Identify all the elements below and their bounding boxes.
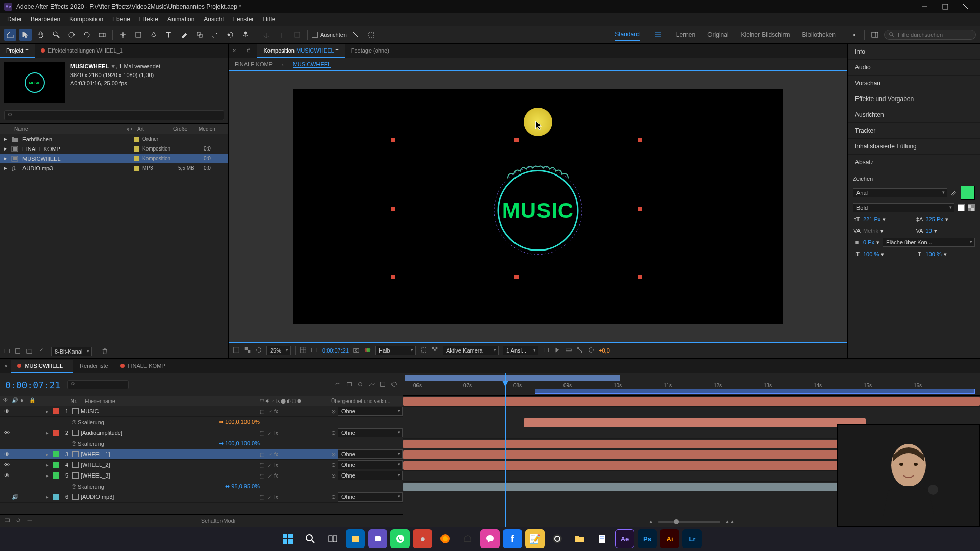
stroke-mode-dropdown[interactable]: Fläche über Kon...	[883, 238, 975, 247]
taskbar-app-red[interactable]: ●	[413, 529, 432, 548]
taskbar-messenger[interactable]	[480, 529, 500, 548]
taskbar-obs[interactable]	[548, 529, 567, 548]
anchor-tool[interactable]	[117, 29, 129, 41]
hscale-value[interactable]: 100 %	[926, 251, 942, 257]
shy-button[interactable]	[334, 381, 341, 389]
timeline-layer[interactable]: 👁▸2[Audioamplitude]⬚⟋fx⊙Ohne	[0, 428, 403, 438]
col-label[interactable]: 🏷	[127, 126, 137, 132]
zoom-slider[interactable]: ▲ ▲▲	[648, 519, 735, 524]
tracking-value[interactable]: 10	[926, 228, 932, 234]
bit-depth-dropdown[interactable]: 8-Bit-Kanal	[51, 347, 92, 356]
tl-tab-close[interactable]: ×	[0, 360, 11, 373]
timeline-search[interactable]	[67, 380, 129, 389]
selection-tool[interactable]	[19, 29, 32, 41]
menu-fenster[interactable]: Fenster	[229, 14, 258, 24]
effect-controls-tab[interactable]: Effekteinstellungen WHEEL_1	[35, 44, 129, 58]
workspace-overflow[interactable]: »	[848, 29, 860, 41]
project-item[interactable]: ▸MUSICWHEELKomposition0:0	[0, 154, 228, 163]
timeline-time[interactable]: 0:00:07:21	[5, 380, 60, 390]
snapshot-button[interactable]	[353, 346, 360, 355]
footage-tab[interactable]: Footage (ohne)	[345, 44, 396, 58]
viewer-time[interactable]: 0:00:07:21	[322, 347, 349, 354]
panel-absatz[interactable]: Absatz	[848, 155, 980, 170]
timeline-layer[interactable]: 👁▸3[WHEEL_1]⬚⟋fx⊙Ohne	[0, 449, 403, 460]
rotate-tool[interactable]	[81, 29, 93, 41]
comp-tab[interactable]: Komposition MUSICWHEEL ≡	[257, 44, 345, 58]
help-search-input[interactable]	[898, 32, 971, 38]
taskbar-taskview[interactable]	[323, 529, 342, 548]
menu-komposition[interactable]: Komposition	[65, 14, 107, 24]
comp-tab-close[interactable]: ×	[229, 44, 240, 58]
work-area-bar[interactable]	[535, 389, 975, 394]
grid-button[interactable]	[300, 346, 307, 355]
roi-button[interactable]	[420, 346, 427, 355]
taskbar-whatsapp[interactable]	[390, 529, 410, 548]
pen-tool[interactable]	[148, 29, 160, 41]
trash-button[interactable]	[101, 347, 108, 356]
new-comp-button[interactable]	[14, 347, 21, 356]
channel-button[interactable]	[364, 346, 371, 355]
col-size[interactable]: Größe	[173, 126, 199, 132]
project-item[interactable]: ▸FarbflächenOrdner	[0, 134, 228, 144]
panel-fill[interactable]: Inhaltsbasierte Füllung	[848, 139, 980, 155]
workspace-menu-icon[interactable]	[652, 29, 664, 41]
brainstorm-button[interactable]	[390, 381, 398, 389]
layer-property[interactable]: ⏱ Skalierung⬌ 100,0,100,0%	[0, 417, 403, 428]
panel-audio[interactable]: Audio	[848, 60, 980, 76]
view-axis-button[interactable]	[291, 29, 303, 41]
workspace-original[interactable]: Original	[707, 29, 728, 40]
taskbar-lr[interactable]: Lr	[682, 529, 702, 548]
char-panel-menu[interactable]: ≡	[972, 176, 975, 182]
maximize-button[interactable]	[935, 0, 955, 13]
leading-value[interactable]: 325 Px	[926, 216, 943, 222]
shape-tool[interactable]	[132, 29, 144, 41]
taskbar-notepad[interactable]	[593, 529, 612, 548]
interpret-footage-button[interactable]	[3, 347, 10, 356]
taskbar-search[interactable]	[301, 529, 320, 548]
taskbar-firefox[interactable]	[435, 529, 455, 548]
panel-effekte[interactable]: Effekte und Vorgaben	[848, 91, 980, 107]
playhead-line[interactable]	[505, 373, 506, 527]
timeline-layer[interactable]: 👁▸5[WHEEL_3]⬚⟋fx⊙Ohne	[0, 470, 403, 481]
no-color-swatch[interactable]	[968, 204, 975, 211]
puppet-tool[interactable]	[239, 29, 252, 41]
taskbar-ae[interactable]: Ae	[615, 529, 634, 548]
reset-exposure-button[interactable]	[587, 346, 595, 355]
tl-toggle-modes[interactable]	[15, 517, 21, 524]
toggle-mask-button[interactable]	[255, 346, 262, 355]
taskbar-ai[interactable]: Ai	[660, 529, 679, 548]
camera-dropdown[interactable]: Aktive Kamera	[443, 346, 499, 355]
font-family-dropdown[interactable]: Arial	[853, 188, 947, 197]
workspace-kleiner[interactable]: Kleiner Bildschirm	[741, 29, 790, 40]
text-tool[interactable]: T	[163, 29, 175, 41]
col-media[interactable]: Medien	[199, 126, 224, 132]
menu-bearbeiten[interactable]: Bearbeiten	[27, 14, 64, 24]
taskbar-folder[interactable]	[570, 529, 590, 548]
col-type[interactable]: Art	[137, 126, 173, 132]
resolution-dropdown[interactable]: Halb	[375, 346, 416, 355]
flowchart-button[interactable]	[576, 346, 583, 355]
eraser-tool[interactable]	[209, 29, 221, 41]
menu-ansicht[interactable]: Ansicht	[200, 14, 228, 24]
world-axis-button[interactable]	[276, 29, 288, 41]
motion-blur-button[interactable]	[357, 381, 364, 389]
composition-viewer[interactable]: MUSIC	[229, 70, 847, 343]
workspace-bibliotheken[interactable]: Bibliotheken	[802, 29, 836, 40]
camera-tool[interactable]	[96, 29, 108, 41]
menu-effekte[interactable]: Effekte	[135, 14, 162, 24]
taskbar-facebook[interactable]: f	[503, 529, 522, 548]
transparency-grid-button[interactable]	[431, 346, 438, 355]
start-button[interactable]	[278, 529, 298, 548]
toggle-alpha-button[interactable]	[233, 346, 240, 355]
taskbar-notes[interactable]: 📝	[525, 529, 545, 548]
vscale-value[interactable]: 100 %	[863, 251, 879, 257]
pixel-aspect-button[interactable]	[543, 346, 550, 355]
fill-color-swatch[interactable]	[961, 186, 975, 200]
crumb-musicwheel[interactable]: MUSICWHEEL	[293, 61, 331, 68]
tl-tab-musicwheel[interactable]: MUSICWHEEL ≡	[11, 360, 74, 373]
help-search[interactable]	[884, 30, 976, 40]
new-adj-button[interactable]	[37, 347, 44, 356]
layer-property[interactable]: ⏱ Skalierung⬌ 100,0,100,0%	[0, 438, 403, 449]
font-size-value[interactable]: 221 Px	[863, 216, 880, 222]
layer-property[interactable]: ⏱ Skalierung⬌ 95,0,95,0%	[0, 481, 403, 492]
